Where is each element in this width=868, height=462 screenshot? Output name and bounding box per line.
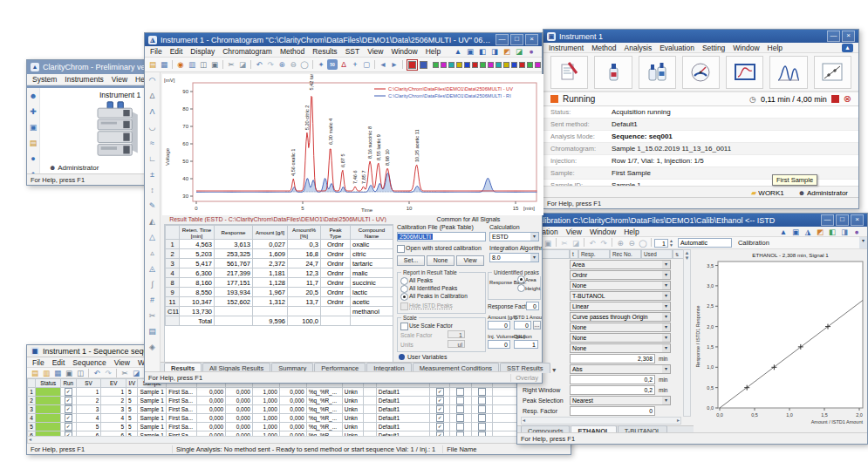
signal-color-12[interactable] (527, 62, 533, 68)
properties-hscrollbar[interactable]: ◂▸ (521, 417, 681, 425)
fit-to-window-icon[interactable]: ▢ (361, 59, 372, 70)
header-t[interactable]: t (570, 249, 578, 259)
menu-method[interactable]: Method (280, 47, 304, 56)
grid-icon[interactable]: # (147, 295, 158, 306)
help-window-icon[interactable]: ● (851, 227, 862, 237)
network-icon[interactable]: ● (28, 153, 39, 165)
result-row[interactable]: 35,417561,7672,37224,7Ordnrtartaric (166, 259, 393, 268)
menu-sst[interactable]: SST (345, 47, 360, 56)
result-row[interactable]: C1113,730methanol (166, 307, 393, 316)
calibration-window-icon[interactable]: ◪ (514, 46, 524, 57)
menu-help[interactable]: Help (624, 228, 639, 236)
units-input[interactable]: ul (448, 340, 465, 348)
annotate-icon[interactable]: ✎ (147, 200, 158, 212)
sequence-row[interactable]: 2✓225Sample 1First Sa...0,0000,0001,0000… (28, 397, 571, 405)
sequence-row[interactable]: 1✓115Sample 1First Sa...0,0000,0001,0000… (28, 388, 571, 397)
area-radio[interactable] (517, 275, 525, 283)
cut-icon[interactable]: ✂ (226, 59, 236, 70)
zoom-reset-icon[interactable]: ◯ (299, 59, 310, 70)
option-checkbox[interactable]: ✓ (436, 423, 444, 431)
all-peaks-radio[interactable] (400, 277, 408, 285)
zoom-reset-icon[interactable]: ◯ (638, 238, 648, 248)
menu-view[interactable]: View (112, 75, 127, 84)
run-checkbox[interactable]: ✓ (65, 405, 72, 413)
inj-volume-input[interactable]: 0 (488, 340, 510, 349)
signal-color-3[interactable] (456, 62, 462, 68)
option-checkbox[interactable]: ✓ (436, 405, 444, 413)
undo-icon[interactable]: ↶ (587, 238, 598, 248)
menu-view[interactable]: View (566, 228, 582, 236)
scale-50-icon[interactable]: 50 (327, 59, 338, 70)
move-icon[interactable]: + (350, 59, 360, 70)
property-select[interactable]: T-BUTANOL (570, 291, 671, 301)
option-checkbox[interactable] (456, 423, 464, 431)
instrument-window-icon[interactable]: ▣ (465, 46, 475, 57)
menu-window[interactable]: Window (391, 47, 417, 56)
signal-color-11[interactable] (519, 62, 525, 68)
menu-method[interactable]: Method (591, 44, 616, 52)
none-button[interactable]: None (427, 255, 455, 266)
run-checkbox[interactable]: ✓ (65, 423, 72, 431)
sequence-column-header[interactable]: EV (101, 379, 126, 388)
print-icon[interactable]: ▣ (209, 59, 220, 70)
signal-color-10[interactable] (511, 62, 517, 68)
user-variables-label[interactable]: User Variables (407, 354, 447, 361)
signal-color-5[interactable] (472, 62, 478, 68)
negative-peak-icon[interactable]: Λ (147, 106, 158, 118)
redo-icon[interactable]: ↷ (103, 368, 113, 378)
all-identified-radio[interactable] (400, 285, 408, 293)
shift-icon[interactable]: ↕ (147, 185, 158, 196)
option-checkbox[interactable] (456, 414, 464, 422)
all-in-calibration-radio[interactable] (400, 293, 408, 301)
active-signal-blue[interactable] (420, 61, 427, 69)
copy-icon[interactable]: ◪ (571, 238, 581, 248)
menu-window[interactable]: Window (590, 228, 616, 236)
info-window-icon[interactable]: ◩ (502, 46, 512, 57)
properties-icon[interactable]: ◈ (147, 342, 158, 353)
minimize-button[interactable]: — (496, 34, 509, 45)
monitor-icon[interactable]: ▣ (28, 122, 39, 133)
zoom-in-icon[interactable]: ⊕ (615, 238, 625, 248)
undo-icon[interactable]: ↶ (92, 368, 102, 378)
end-mark-icon[interactable]: ▵ (147, 248, 158, 259)
save-chromatogram-icon[interactable]: ▦ (159, 59, 169, 70)
dilution-input[interactable]: 1 (514, 340, 538, 349)
property-input[interactable]: 0,2 (570, 385, 655, 395)
run-checkbox[interactable]: ✓ (65, 414, 72, 422)
maximize-button[interactable]: □ (510, 34, 523, 45)
result-row[interactable]: 25,203253,3251,60916,8Ordnrcitric (166, 249, 393, 259)
clarity-logo-icon[interactable]: ▲ (778, 227, 789, 237)
property-select[interactable]: Ordnr (570, 270, 671, 280)
sequence-column-header[interactable]: Run (61, 379, 76, 388)
istd-amount-input[interactable]: 0 (514, 321, 531, 330)
use-scale-factor-checkbox[interactable] (400, 323, 408, 330)
amount-input[interactable]: 0 (488, 321, 510, 330)
single-analysis-button[interactable] (550, 56, 588, 89)
report-icon[interactable]: ◧ (827, 227, 837, 237)
overlay-indicator[interactable]: Overlay (510, 374, 538, 382)
option-checkbox[interactable] (456, 405, 464, 413)
header-recno[interactable]: Rec No. (610, 249, 641, 259)
sequence-row[interactable]: 4✓445Sample 1First Sa...0,0000,0001,0000… (28, 414, 571, 423)
zoom-out-icon[interactable]: ⊖ (288, 59, 298, 70)
close-button[interactable]: × (851, 214, 864, 226)
result-row[interactable]: 14,5633,6130,0270,3Ordnroxalic (166, 240, 393, 249)
baseline-icon[interactable]: ∟ (147, 153, 158, 165)
run-checkbox[interactable]: ✓ (65, 388, 72, 396)
workspace-chip[interactable]: ▰ WORK1 (751, 189, 784, 197)
hide-istd-checkbox[interactable] (400, 302, 408, 310)
menu-system[interactable]: System (32, 75, 57, 84)
result-row[interactable]: 88,160177,1511,12811,7Ordnrsuccinic (166, 278, 393, 288)
signal-color-6[interactable] (480, 62, 486, 68)
menu-analysis[interactable]: Analysis (625, 44, 653, 52)
signal-color-2[interactable] (448, 62, 455, 68)
instrument-window-icon[interactable]: ▣ (790, 227, 801, 237)
next-signal-icon[interactable]: ► (389, 59, 400, 70)
result-row[interactable]: 1110,347152,6021,31213,7Ordnracetic (166, 297, 393, 307)
menu-edit[interactable]: Edit (52, 358, 65, 367)
signal-color-0[interactable] (433, 62, 439, 68)
data-acquisition-button[interactable] (769, 56, 807, 89)
abort-icon[interactable]: ⊗ (844, 95, 851, 103)
properties-vscrollbar[interactable]: ▲▼ (683, 249, 691, 417)
result-row[interactable]: Total9,596100,0 (166, 316, 393, 326)
